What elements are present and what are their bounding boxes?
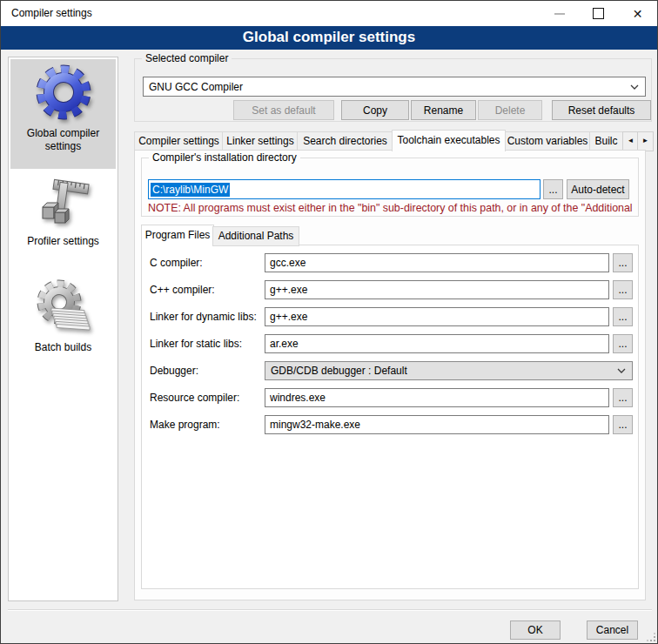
- footer-divider: [8, 609, 652, 611]
- delete-button[interactable]: Delete: [478, 100, 542, 120]
- close-icon: ✕: [633, 8, 643, 20]
- titlebar: Compiler settings ✕: [1, 1, 657, 26]
- bin-subdirectory-note: NOTE: All programs must exist either in …: [148, 202, 637, 216]
- debugger-select-value: GDB/CDB debugger : Default: [265, 365, 617, 377]
- auto-detect-button[interactable]: Auto-detect: [567, 179, 629, 199]
- installation-directory-selected-text: C:\raylib\MinGW: [151, 183, 230, 197]
- tab-toolchain-executables[interactable]: Toolchain executables: [392, 130, 506, 151]
- make-program-browse-button[interactable]: ...: [613, 415, 633, 434]
- resource-compiler-label: Resource compiler:: [150, 392, 239, 404]
- compiler-settings-dialog: Compiler settings ✕ Global compiler sett…: [0, 0, 658, 644]
- reset-defaults-button[interactable]: Reset defaults: [552, 100, 651, 120]
- resize-grip[interactable]: [647, 633, 656, 642]
- chevron-down-icon: [630, 84, 645, 90]
- linker-dynamic-browse-button[interactable]: ...: [613, 307, 633, 326]
- make-program-input[interactable]: [265, 415, 609, 434]
- sidebar-item-label: Global compiler settings: [10, 127, 116, 153]
- compiler-select-value: GNU GCC Compiler: [144, 81, 630, 93]
- sidebar-item-batch-builds[interactable]: Batch builds: [10, 275, 116, 366]
- subtab-additional-paths[interactable]: Additional Paths: [212, 226, 299, 246]
- chevron-down-icon: [617, 368, 632, 373]
- tab-custom-variables[interactable]: Custom variables: [504, 131, 591, 151]
- debugger-label: Debugger:: [150, 365, 198, 377]
- compiler-select[interactable]: GNU GCC Compiler: [143, 77, 646, 97]
- cpp-compiler-browse-button[interactable]: ...: [613, 280, 633, 299]
- arrow-right-icon: ►: [642, 137, 649, 144]
- page-title: Global compiler settings: [1, 26, 657, 50]
- sidebar-item-label: Profiler settings: [27, 235, 99, 248]
- tab-linker-settings[interactable]: Linker settings: [222, 131, 299, 151]
- set-as-default-button[interactable]: Set as default: [233, 100, 334, 120]
- cpp-compiler-label: C++ compiler:: [150, 284, 215, 296]
- c-compiler-browse-button[interactable]: ...: [613, 253, 633, 272]
- ok-button[interactable]: OK: [510, 621, 561, 640]
- linker-static-input[interactable]: [265, 334, 609, 353]
- minimize-button[interactable]: [540, 1, 579, 26]
- arrow-left-icon: ◄: [628, 137, 634, 144]
- group-title-selected-compiler: Selected compiler: [142, 52, 232, 65]
- minimize-icon: [554, 13, 565, 15]
- linker-static-browse-button[interactable]: ...: [613, 334, 633, 353]
- linker-dynamic-input[interactable]: [265, 307, 609, 326]
- resource-compiler-browse-button[interactable]: ...: [613, 388, 633, 407]
- sidebar-item-profiler-settings[interactable]: Profiler settings: [10, 169, 116, 258]
- make-program-label: Make program:: [150, 419, 220, 431]
- rename-button[interactable]: Rename: [411, 100, 476, 120]
- close-button[interactable]: ✕: [618, 1, 657, 26]
- cancel-button[interactable]: Cancel: [587, 621, 638, 640]
- copy-button[interactable]: Copy: [341, 100, 409, 120]
- maximize-icon: [593, 8, 604, 19]
- c-compiler-input[interactable]: [265, 253, 609, 272]
- maximize-button[interactable]: [579, 1, 618, 26]
- cpp-compiler-input[interactable]: [265, 280, 609, 299]
- gear-paper-stack-icon: [36, 278, 91, 334]
- installation-directory-browse-button[interactable]: ...: [543, 179, 563, 199]
- caliper-icon: [36, 172, 91, 228]
- c-compiler-label: C compiler:: [150, 257, 203, 269]
- installation-directory-input[interactable]: C:\raylib\MinGW: [148, 179, 540, 199]
- group-title-installation-directory: Compiler's installation directory: [149, 151, 300, 164]
- subtab-program-files[interactable]: Program Files: [141, 225, 214, 246]
- sidebar-item-global-compiler-settings[interactable]: Global compiler settings: [10, 59, 116, 169]
- debugger-select[interactable]: GDB/CDB debugger : Default: [265, 361, 633, 380]
- tab-search-directories[interactable]: Search directories: [297, 131, 393, 151]
- linker-dynamic-label: Linker for dynamic libs:: [150, 311, 257, 323]
- sidebar-item-label: Batch builds: [35, 341, 91, 354]
- window-title: Compiler settings: [11, 1, 92, 26]
- tab-scroll-right-button[interactable]: ►: [637, 131, 654, 151]
- sidebar: Global compiler settings: [8, 57, 118, 601]
- tab-build-options-truncated[interactable]: Builc: [589, 131, 623, 151]
- blue-gear-icon: [36, 64, 91, 120]
- linker-static-label: Linker for static libs:: [150, 338, 242, 350]
- tab-compiler-settings[interactable]: Compiler settings: [134, 131, 224, 151]
- resource-compiler-input[interactable]: [265, 388, 609, 407]
